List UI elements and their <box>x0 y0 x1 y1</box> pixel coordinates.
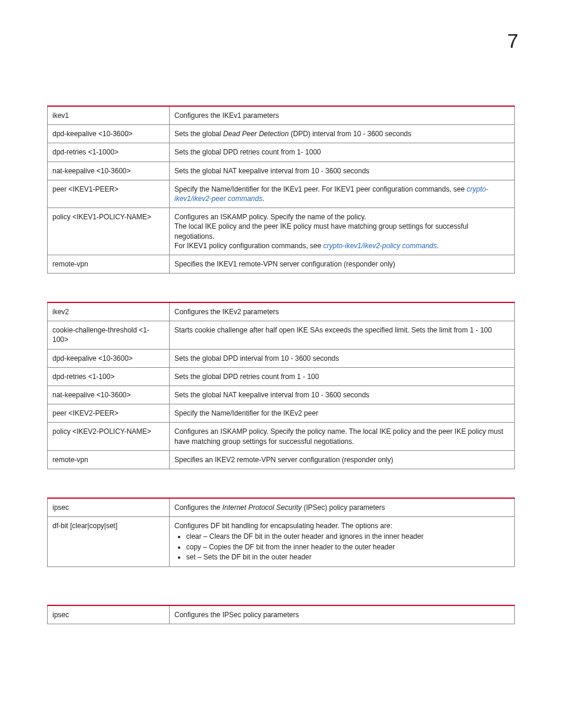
param-cell: policy <IKEV2-POLICY-NAME> <box>48 423 170 450</box>
desc-cell: Configures the IKEv1 parameters <box>170 106 515 125</box>
desc-cell: Specifies the IKEV1 remote-VPN server co… <box>170 255 515 273</box>
param-cell: ikev2 <box>48 302 170 321</box>
param-cell: ikev1 <box>48 106 170 125</box>
desc-cell: Configures the IPSec policy parameters <box>170 605 515 624</box>
desc-cell: Configures the IKEv2 parameters <box>170 302 515 321</box>
param-cell: dpd-keepalive <10-3600> <box>48 125 170 143</box>
param-cell: policy <IKEV1-POLICY-NAME> <box>48 208 170 255</box>
param-cell: peer <IKEV1-PEER> <box>48 180 170 207</box>
desc-cell: Configures the Internet Protocol Securit… <box>170 498 515 517</box>
param-cell: ipsec <box>48 605 170 624</box>
param-cell: dpd-retries <1-100> <box>48 367 170 386</box>
table-row: policy <IKEV1-POLICY-NAME> Configures an… <box>48 208 515 255</box>
desc-cell: Sets the global DPD retries count from 1… <box>170 143 515 162</box>
table-row: dpd-keepalive <10-3600> Sets the global … <box>48 125 515 143</box>
table-row: nat-keepalive <10-3600> Sets the global … <box>48 386 515 404</box>
desc-cell: Configures an ISKAMP policy. Specify the… <box>170 208 515 255</box>
param-cell: nat-keepalive <10-3600> <box>48 162 170 180</box>
param-cell: cookie-challenge-threshold <1-100> <box>48 321 170 349</box>
ikev1-table: ikev1 Configures the IKEv1 parameters dp… <box>47 106 515 274</box>
param-cell: dpd-retries <1-1000> <box>48 143 170 162</box>
page: 7 ikev1 Configures the IKEv1 parameters … <box>0 0 562 728</box>
ipsec-table-2: ipsec Configures the IPSec policy parame… <box>47 605 515 624</box>
table-row: nat-keepalive <10-3600> Sets the global … <box>48 162 515 180</box>
table-row: ipsec Configures the IPSec policy parame… <box>48 605 515 624</box>
desc-cell: Configures DF bit handling for encapsula… <box>170 517 515 567</box>
param-cell: remote-vpn <box>48 450 170 469</box>
desc-cell: Specify the Name/Identifier for the IKEv… <box>170 404 515 423</box>
table-row: remote-vpn Specifies the IKEV1 remote-VP… <box>48 255 515 273</box>
page-number: 7 <box>47 29 518 52</box>
desc-cell: Sets the global Dead Peer Detection (DPD… <box>170 125 515 143</box>
desc-cell: Configures an ISKAMP policy. Specify the… <box>170 423 515 450</box>
table-row: df-bit [clear|copy|set] Configures DF bi… <box>48 517 515 567</box>
desc-cell: Sets the global DPD interval from 10 - 3… <box>170 349 515 367</box>
table-row: ipsec Configures the Internet Protocol S… <box>48 498 515 517</box>
desc-cell: Sets the global NAT keepalive interval f… <box>170 162 515 180</box>
desc-cell: Sets the global DPD retries count from 1… <box>170 367 515 386</box>
param-cell: remote-vpn <box>48 255 170 273</box>
table-row: policy <IKEV2-POLICY-NAME> Configures an… <box>48 423 515 450</box>
desc-cell: Starts cookie challenge after half open … <box>170 321 515 349</box>
table-row: ikev1 Configures the IKEv1 parameters <box>48 106 515 125</box>
table-row: peer <IKEV2-PEER> Specify the Name/Ident… <box>48 404 515 423</box>
table-row: dpd-retries <1-1000> Sets the global DPD… <box>48 143 515 162</box>
ipsec-table: ipsec Configures the Internet Protocol S… <box>47 498 515 567</box>
param-cell: nat-keepalive <10-3600> <box>48 386 170 404</box>
desc-cell: Specifies an IKEV2 remote-VPN server con… <box>170 450 515 469</box>
param-cell: ipsec <box>48 498 170 517</box>
table-row: ikev2 Configures the IKEv2 parameters <box>48 302 515 321</box>
table-row: dpd-keepalive <10-3600> Sets the global … <box>48 349 515 367</box>
desc-cell: Specify the Name/Identifier for the IKEv… <box>170 180 515 207</box>
param-cell: df-bit [clear|copy|set] <box>48 517 170 567</box>
table-row: remote-vpn Specifies an IKEV2 remote-VPN… <box>48 450 515 469</box>
param-cell: dpd-keepalive <10-3600> <box>48 349 170 367</box>
ikev2-table: ikev2 Configures the IKEv2 parameters co… <box>47 302 515 469</box>
desc-cell: Sets the global NAT keepalive interval f… <box>170 386 515 404</box>
table-row: dpd-retries <1-100> Sets the global DPD … <box>48 367 515 386</box>
table-row: cookie-challenge-threshold <1-100> Start… <box>48 321 515 349</box>
table-row: peer <IKEV1-PEER> Specify the Name/Ident… <box>48 180 515 207</box>
param-cell: peer <IKEV2-PEER> <box>48 404 170 423</box>
